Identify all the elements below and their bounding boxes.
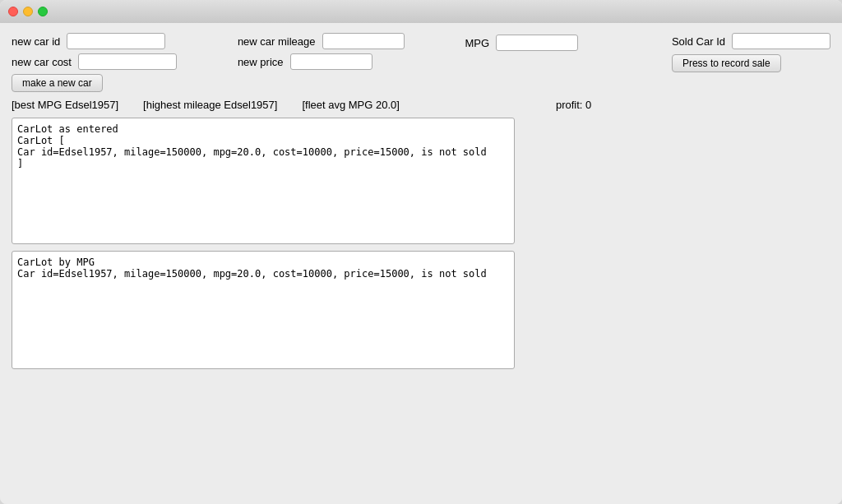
record-sale-row: Press to record sale xyxy=(672,54,830,72)
record-sale-button[interactable]: Press to record sale xyxy=(672,54,781,72)
carlot-entered-line3: ] xyxy=(17,158,509,169)
close-button[interactable] xyxy=(8,7,18,16)
make-car-row: make a new car xyxy=(12,74,177,92)
new-car-cost-label: new car cost xyxy=(12,56,72,68)
car-cost-row: new car cost xyxy=(12,53,177,70)
status-row: [best MPG Edsel1957] [highest mileage Ed… xyxy=(12,99,830,111)
title-bar xyxy=(0,0,842,23)
make-new-car-button[interactable]: make a new car xyxy=(12,74,103,92)
car-mileage-row: new car mileage xyxy=(238,33,405,49)
mpg-section: MPG xyxy=(465,33,578,51)
traffic-lights xyxy=(8,7,48,16)
new-car-cost-input[interactable] xyxy=(78,53,177,70)
carlot-mpg-line1: Car id=Edsel1957, milage=150000, mpg=20.… xyxy=(17,268,509,280)
maximize-button[interactable] xyxy=(38,7,48,16)
highest-mileage-status: [highest mileage Edsel1957] xyxy=(143,99,277,111)
car-price-row: new price xyxy=(238,53,405,70)
sold-car-id-label: Sold Car Id xyxy=(672,35,725,48)
main-window: new car id new car cost make a new car n… xyxy=(0,0,842,504)
new-car-price-label: new price xyxy=(238,56,284,68)
new-car-id-input[interactable] xyxy=(67,33,165,49)
minimize-button[interactable] xyxy=(23,7,33,16)
mpg-row: MPG xyxy=(465,35,578,51)
carlot-entered-box: CarLot as entered CarLot [ Car id=Edsel1… xyxy=(12,118,515,244)
carlot-entered-line2: Car id=Edsel1957, milage=150000, mpg=20.… xyxy=(17,146,509,158)
carlot-entered-title: CarLot as entered xyxy=(17,123,509,135)
best-mpg-status: [best MPG Edsel1957] xyxy=(12,99,118,111)
carlot-entered-content: CarLot as entered CarLot [ Car id=Edsel1… xyxy=(17,123,509,238)
content-area: new car id new car cost make a new car n… xyxy=(0,23,842,504)
new-car-mileage-input[interactable] xyxy=(322,33,405,49)
mpg-input[interactable] xyxy=(496,35,578,51)
carlot-entered-line1: CarLot [ xyxy=(17,135,509,146)
new-car-id-label: new car id xyxy=(12,35,60,48)
carlot-mpg-title: CarLot by MPG xyxy=(17,257,509,268)
center-fields: new car mileage new price xyxy=(238,33,405,70)
car-id-row: new car id xyxy=(12,33,177,49)
right-fields: Sold Car Id Press to record sale xyxy=(672,33,830,72)
new-car-mileage-label: new car mileage xyxy=(238,35,316,48)
mpg-label: MPG xyxy=(465,37,489,49)
profit-status: profit: 0 xyxy=(556,99,591,111)
sold-car-id-input[interactable] xyxy=(732,33,830,49)
carlot-mpg-content: CarLot by MPG Car id=Edsel1957, milage=1… xyxy=(17,257,509,363)
carlot-mpg-box: CarLot by MPG Car id=Edsel1957, milage=1… xyxy=(12,251,515,369)
sold-car-id-row: Sold Car Id xyxy=(672,33,830,49)
left-fields: new car id new car cost make a new car xyxy=(12,33,177,92)
fleet-avg-mpg-status: [fleet avg MPG 20.0] xyxy=(302,99,400,111)
new-car-price-input[interactable] xyxy=(290,53,372,70)
